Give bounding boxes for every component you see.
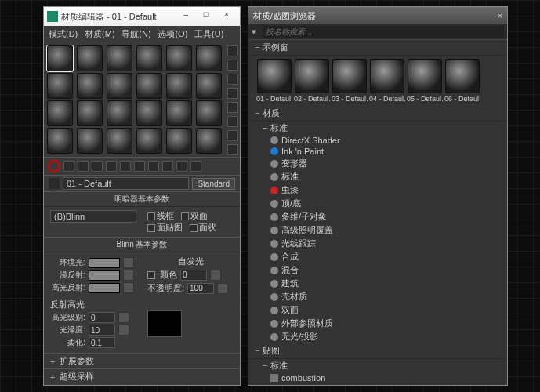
material-tree-item[interactable]: DirectX Shader: [248, 135, 507, 146]
maximize-button[interactable]: □: [196, 9, 216, 24]
sample-slot[interactable]: [166, 128, 192, 154]
material-tree-item[interactable]: 顶/底: [248, 197, 507, 210]
sample-slot[interactable]: [47, 128, 73, 154]
sample-slot[interactable]: [166, 73, 192, 99]
sample-slot[interactable]: [47, 45, 73, 71]
wire-checkbox[interactable]: [147, 212, 155, 220]
sample-slot[interactable]: [77, 45, 103, 71]
toolbar-icon[interactable]: [78, 161, 89, 172]
toolbar-icon[interactable]: [120, 161, 131, 172]
sample-slot[interactable]: [136, 128, 162, 154]
sample-slot[interactable]: [196, 128, 222, 154]
material-tree-item[interactable]: 多维/子对象: [248, 210, 507, 223]
sample-slot[interactable]: [196, 45, 222, 71]
spec-level-spinner[interactable]: 0: [89, 312, 115, 323]
toolbar-icon[interactable]: [176, 161, 187, 172]
material-tree-item[interactable]: 外部参照材质: [248, 317, 507, 330]
menu-mode[interactable]: 模式(D): [49, 29, 78, 38]
material-tree-item[interactable]: 变形器: [248, 157, 507, 170]
maps-standard-sub[interactable]: −标准: [248, 359, 507, 372]
rollup-supersample[interactable]: +超级采样: [44, 368, 240, 384]
browser-close-button[interactable]: ×: [498, 11, 502, 20]
material-tree-item[interactable]: 混合: [248, 263, 507, 277]
two-sided-checkbox[interactable]: [181, 212, 189, 220]
self-illum-color-checkbox[interactable]: [147, 271, 155, 279]
sample-slot[interactable]: [166, 100, 192, 126]
material-tree-item[interactable]: 虫漆: [248, 183, 507, 197]
sample-slot[interactable]: [77, 73, 103, 99]
side-icon[interactable]: [227, 74, 238, 85]
sample-slot[interactable]: [107, 73, 132, 99]
sample-slot[interactable]: [47, 73, 73, 99]
sample-slot[interactable]: [77, 128, 103, 154]
toolbar-icon[interactable]: [134, 161, 145, 172]
get-material-icon[interactable]: [48, 160, 60, 172]
facemap-checkbox[interactable]: [190, 224, 198, 232]
group-samples[interactable]: −示例窗: [248, 40, 507, 56]
opacity-map-button[interactable]: [217, 283, 228, 294]
sample-slot[interactable]: [47, 100, 73, 126]
self-illum-spinner[interactable]: 0: [180, 270, 207, 281]
toolbar-icon[interactable]: [162, 161, 173, 172]
side-icon[interactable]: [227, 88, 238, 99]
sample-slot[interactable]: [107, 45, 132, 71]
faceted-checkbox[interactable]: [147, 224, 155, 232]
sample-slot[interactable]: [77, 100, 103, 126]
side-icon[interactable]: [227, 144, 238, 155]
soften-spinner[interactable]: 0.1: [89, 337, 115, 348]
self-illum-map-button[interactable]: [210, 270, 221, 281]
toolbar-icon[interactable]: [190, 161, 201, 172]
sample-thumb[interactable]: 02 - Defaul…: [294, 59, 330, 103]
specular-map-button[interactable]: [123, 282, 134, 293]
side-icon[interactable]: [227, 45, 238, 56]
sample-slot[interactable]: [166, 45, 192, 71]
diffuse-color[interactable]: [89, 270, 120, 281]
material-tree-item[interactable]: 高级照明覆盖: [248, 223, 507, 237]
sample-slot[interactable]: [196, 73, 222, 99]
rollup-blinn-params[interactable]: Blinn 基本参数: [44, 237, 240, 252]
ambient-color[interactable]: [89, 258, 120, 268]
browser-titlebar[interactable]: 材质/贴图浏览器 ×: [248, 7, 507, 24]
opacity-spinner[interactable]: 100: [187, 283, 214, 294]
shader-type-combo[interactable]: (B)Blinn: [50, 210, 136, 223]
material-tree-item[interactable]: 建筑: [248, 277, 507, 290]
sample-slot[interactable]: [107, 100, 132, 126]
side-icon[interactable]: [227, 60, 238, 71]
sample-thumb[interactable]: 05 - Defaul…: [407, 59, 443, 103]
minimize-button[interactable]: –: [176, 9, 196, 24]
material-tree-item[interactable]: 光线跟踪: [248, 237, 507, 250]
sample-thumb[interactable]: 03 - Defaul…: [332, 59, 368, 103]
glossiness-map-button[interactable]: [118, 325, 129, 336]
sample-slot[interactable]: [136, 100, 162, 126]
sample-slot[interactable]: [136, 45, 162, 71]
diffuse-map-button[interactable]: [123, 270, 134, 281]
material-tree-item[interactable]: 双面: [248, 303, 507, 317]
material-tree-item[interactable]: 标准: [248, 170, 507, 183]
sample-slot[interactable]: [136, 73, 162, 99]
eyedropper-icon[interactable]: [49, 178, 60, 189]
toolbar-icon[interactable]: [63, 161, 74, 172]
side-icon[interactable]: [227, 130, 238, 141]
menu-options[interactable]: 选项(O): [158, 29, 187, 38]
specular-color[interactable]: [89, 283, 120, 293]
material-tree-item[interactable]: 无光/投影: [248, 330, 507, 343]
toolbar-icon[interactable]: [106, 161, 117, 172]
sample-thumb[interactable]: 06 - Defaul…: [444, 59, 480, 103]
toolbar-icon[interactable]: [92, 161, 103, 172]
side-icon[interactable]: [227, 102, 238, 113]
materials-standard-sub[interactable]: −标准: [248, 122, 507, 135]
sample-slot[interactable]: [196, 100, 222, 126]
search-dropdown-icon[interactable]: ▾: [252, 27, 263, 37]
menu-tools[interactable]: 工具(U): [194, 29, 223, 38]
rollup-shader-params[interactable]: 明暗器基本参数: [44, 191, 240, 207]
menu-nav[interactable]: 导航(N): [121, 29, 150, 38]
group-maps[interactable]: −贴图: [248, 343, 507, 359]
material-tree-item[interactable]: 合成: [248, 250, 507, 263]
menu-material[interactable]: 材质(M): [85, 29, 115, 38]
glossiness-spinner[interactable]: 10: [89, 325, 115, 336]
editor-titlebar[interactable]: 材质编辑器 - 01 - Default – □ ×: [44, 7, 240, 26]
sample-slot[interactable]: [107, 128, 132, 154]
material-tree-item[interactable]: Ink 'n Paint: [248, 146, 507, 157]
sample-thumb[interactable]: 04 - Defaul…: [369, 59, 405, 103]
ambient-lock-icon[interactable]: [123, 257, 134, 268]
